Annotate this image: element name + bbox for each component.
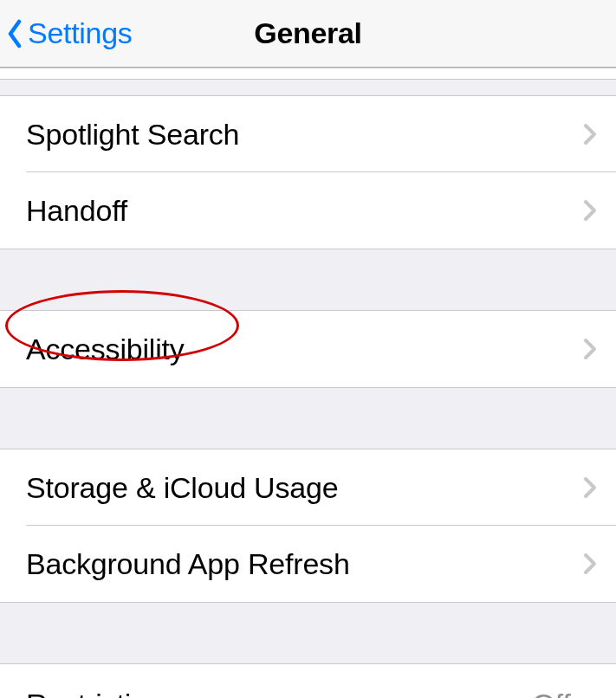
- group-restrictions: Restrictions Off: [0, 663, 616, 698]
- row-value: Off: [532, 688, 571, 698]
- partial-group-top: [0, 68, 616, 80]
- row-restrictions[interactable]: Restrictions Off: [0, 664, 616, 698]
- row-label: Background App Refresh: [26, 547, 583, 581]
- group-spacer: [0, 388, 616, 449]
- group-search-handoff: Spotlight Search Handoff: [0, 95, 616, 249]
- group-spacer: [0, 249, 616, 310]
- row-label: Storage & iCloud Usage: [26, 471, 583, 505]
- row-background-app-refresh[interactable]: Background App Refresh: [0, 526, 616, 602]
- chevron-right-icon: [583, 553, 597, 575]
- chevron-right-icon: [583, 123, 597, 145]
- row-accessibility[interactable]: Accessibility: [0, 311, 616, 387]
- row-spotlight-search[interactable]: Spotlight Search: [0, 96, 616, 172]
- back-button[interactable]: Settings: [0, 0, 132, 67]
- group-accessibility: Accessibility: [0, 310, 616, 388]
- row-label: Spotlight Search: [26, 118, 583, 152]
- row-label: Accessibility: [26, 333, 583, 366]
- chevron-right-icon: [583, 338, 597, 360]
- row-label: Handoff: [26, 194, 583, 228]
- group-spacer: [0, 603, 616, 663]
- row-handoff[interactable]: Handoff: [0, 172, 616, 249]
- group-storage-background: Storage & iCloud Usage Background App Re…: [0, 449, 616, 603]
- group-spacer: [0, 80, 616, 95]
- chevron-right-icon: [583, 476, 597, 499]
- row-label: Restrictions: [26, 688, 532, 698]
- row-storage-icloud-usage[interactable]: Storage & iCloud Usage: [0, 449, 616, 526]
- back-label: Settings: [28, 16, 132, 50]
- chevron-back-icon: [7, 19, 24, 48]
- chevron-right-icon: [583, 199, 597, 222]
- nav-bar: Settings General: [0, 0, 616, 68]
